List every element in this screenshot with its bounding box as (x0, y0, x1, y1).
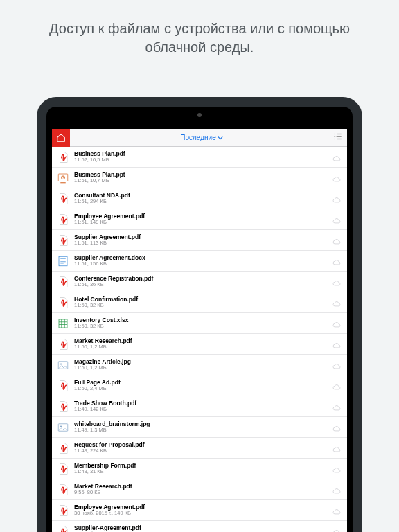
file-meta: Supplier Agreement.pdf11:51, 113 КБ (74, 234, 332, 247)
file-detail: 11:50, 2,4 МБ (74, 386, 332, 391)
file-name: Magazine Article.jpg (74, 359, 332, 365)
file-meta: Hotel Confirmation.pdf11:50, 32 КБ (74, 296, 332, 309)
file-name: Business Plan.pdf (74, 151, 332, 157)
file-meta: whiteboard_brainstorm.jpg11:49, 1,3 МБ (74, 421, 332, 434)
file-meta: Employee Agreement.pdf30 нояб. 2015 г., … (74, 504, 332, 517)
jpg-file-icon (56, 358, 70, 372)
pdf-file-icon (56, 462, 70, 476)
ppt-file-icon (56, 171, 70, 185)
file-row[interactable]: Inventory Cost.xlsx11:50, 32 КБ (52, 313, 347, 334)
xlsx-file-icon (56, 317, 70, 330)
file-detail: 9:55, 80 КБ (74, 490, 332, 495)
cloud-status-icon (332, 215, 342, 224)
file-row[interactable]: Request for Proposal.pdf11:48, 224 КБ (52, 438, 347, 459)
list-view-icon (333, 132, 343, 141)
pdf-file-icon (56, 275, 70, 289)
cloud-status-icon (332, 319, 342, 328)
file-detail: 11:51, 149 КБ (74, 220, 332, 225)
file-meta: Consultant NDA.pdf11:51, 294 КБ (74, 193, 332, 205)
file-row[interactable]: Business Plan.pdf11:52, 10,5 МБ (52, 147, 347, 168)
file-meta: Conference Registration.pdf11:51, 36 КБ (74, 276, 332, 288)
file-row[interactable]: Membership Form.pdf11:48, 31 КБ (52, 459, 347, 479)
file-row[interactable]: Consultant NDA.pdf11:51, 294 КБ (52, 188, 347, 209)
pdf-file-icon (56, 296, 70, 310)
file-name: Consultant NDA.pdf (74, 193, 332, 199)
cloud-status-icon (332, 485, 342, 495)
file-name: Full Page Ad.pdf (74, 380, 332, 386)
file-detail: 11:50, 32 КБ (74, 303, 332, 308)
file-row[interactable]: Employee Agreement.pdf11:51, 149 КБ (52, 209, 347, 230)
file-row[interactable]: Magazine Article.jpg11:50, 1,2 МБ (52, 355, 347, 375)
file-name: Supplier Agreement.pdf (74, 234, 332, 240)
cloud-status-icon (332, 298, 342, 308)
home-button[interactable] (52, 129, 70, 147)
pdf-file-icon (56, 213, 70, 227)
file-list[interactable]: Business Plan.pdf11:52, 10,5 МБBusiness … (52, 147, 347, 532)
svg-point-22 (60, 425, 62, 427)
cloud-status-icon (332, 173, 342, 183)
cloud-status-icon (332, 194, 342, 204)
file-row[interactable]: Market Research.pdf11:50, 1,2 МБ (52, 334, 347, 355)
file-row[interactable]: Supplier Agreement.docx11:51, 156 КБ (52, 251, 347, 272)
file-detail: 11:48, 224 КБ (74, 448, 332, 454)
app-screen: Последние Business Plan. (52, 129, 347, 532)
file-name: Request for Proposal.pdf (74, 442, 332, 448)
file-name: Supplier Agreement.docx (74, 255, 332, 261)
file-detail: 11:50, 1,2 МБ (74, 344, 332, 350)
file-meta: Business Plan.ppt11:51, 10,7 МБ (74, 172, 332, 184)
jpg-file-icon (56, 420, 70, 434)
cloud-status-icon (332, 152, 342, 162)
file-row[interactable]: Employee Agreement.pdf30 нояб. 2015 г., … (52, 500, 347, 521)
file-name: Inventory Cost.xlsx (74, 317, 332, 323)
cloud-status-icon (332, 443, 342, 453)
pdf-file-icon (56, 400, 70, 414)
file-name: Conference Registration.pdf (74, 276, 332, 282)
cloud-status-icon (332, 464, 342, 474)
navbar: Последние (52, 129, 347, 147)
file-meta: Market Research.pdf11:50, 1,2 МБ (74, 338, 332, 351)
file-row[interactable]: Trade Show Booth.pdf11:49, 142 КБ (52, 396, 347, 417)
cloud-status-icon (332, 236, 342, 245)
headline: Доступ к файлам с устройства или с помощ… (0, 0, 399, 57)
cloud-status-icon (332, 277, 342, 287)
file-detail: 11:51, 113 КБ (74, 240, 332, 246)
file-detail: 30 нояб. 2015 г., 149 КБ (74, 511, 332, 516)
file-detail: 11:51, 36 КБ (74, 282, 332, 287)
camera-dot (197, 113, 202, 117)
nav-title-dropdown[interactable]: Последние (180, 134, 222, 141)
chevron-down-icon (218, 135, 223, 141)
home-icon (56, 133, 66, 143)
file-name: Market Research.pdf (74, 484, 332, 490)
file-name: Employee Agreement.pdf (74, 213, 332, 220)
cloud-status-icon (332, 339, 342, 349)
file-row[interactable]: Market Research.pdf9:55, 80 КБ (52, 479, 347, 500)
file-meta: Full Page Ad.pdf11:50, 2,4 МБ (74, 380, 332, 392)
file-detail: 11:50, 1,2 МБ (74, 365, 332, 371)
pdf-file-icon (56, 337, 70, 351)
file-detail: 11:49, 1,3 МБ (74, 427, 332, 433)
cloud-status-icon (332, 506, 342, 515)
file-row[interactable]: Supplier Agreement.pdf11:51, 113 КБ (52, 230, 347, 251)
file-row[interactable]: Hotel Confirmation.pdf11:50, 32 КБ (52, 292, 347, 313)
file-meta: Request for Proposal.pdf11:48, 224 КБ (74, 442, 332, 454)
file-detail: 11:51, 156 КБ (74, 261, 332, 267)
file-row[interactable]: Full Page Ad.pdf11:50, 2,4 МБ (52, 375, 347, 396)
svg-point-3 (335, 133, 335, 134)
file-row[interactable]: whiteboard_brainstorm.jpg11:49, 1,3 МБ (52, 417, 347, 438)
pdf-file-icon (56, 379, 70, 393)
file-row[interactable]: Supplier-Agreement.pdf30 нояб. 2015 г., … (52, 521, 347, 532)
file-name: Business Plan.ppt (74, 172, 332, 178)
svg-rect-9 (59, 256, 67, 266)
file-row[interactable]: Conference Registration.pdf11:51, 36 КБ (52, 272, 347, 292)
view-mode-button[interactable] (333, 132, 343, 144)
file-row[interactable]: Business Plan.ppt11:51, 10,7 МБ (52, 168, 347, 188)
pdf-file-icon (56, 150, 70, 164)
file-meta: Supplier-Agreement.pdf30 нояб. 2015 г., … (74, 525, 332, 532)
file-meta: Trade Show Booth.pdf11:49, 142 КБ (74, 400, 332, 413)
pdf-file-icon (56, 192, 70, 206)
pdf-file-icon (56, 483, 70, 497)
svg-point-5 (335, 138, 335, 139)
cloud-status-icon (332, 360, 342, 370)
file-meta: Employee Agreement.pdf11:51, 149 КБ (74, 213, 332, 226)
cloud-status-icon (332, 402, 342, 411)
